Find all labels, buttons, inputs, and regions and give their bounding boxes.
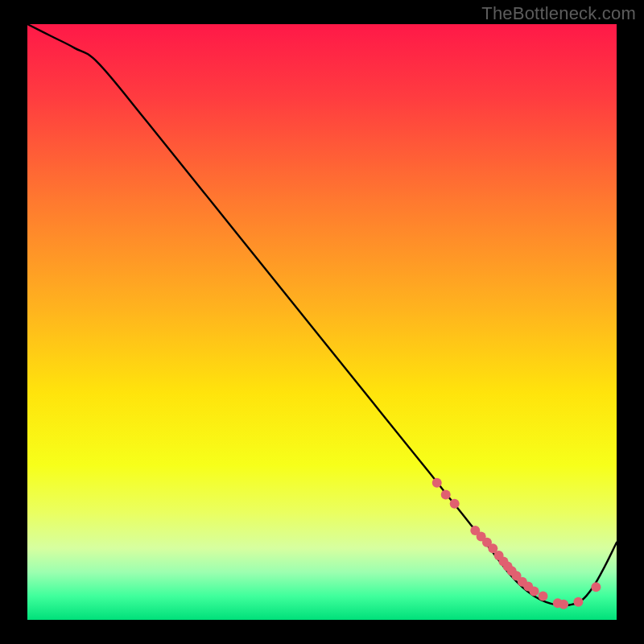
sample-dot (573, 597, 583, 607)
gradient-background (27, 24, 617, 620)
sample-dot (432, 478, 442, 488)
sample-dot (450, 499, 460, 509)
sample-dot (591, 582, 601, 592)
sample-dot (530, 586, 539, 596)
sample-dot (559, 600, 568, 609)
sample-dot (539, 591, 548, 601)
chart-frame: TheBottleneck.com (0, 0, 644, 644)
bottleneck-chart (0, 0, 644, 644)
sample-dot (441, 490, 451, 500)
